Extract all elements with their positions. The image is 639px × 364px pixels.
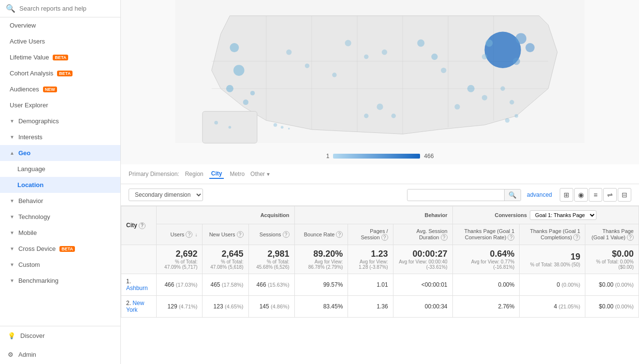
- avg-session-help-icon[interactable]: ?: [441, 234, 448, 241]
- pie-view-icon[interactable]: ◉: [574, 188, 588, 202]
- chevron-icon: ▼: [10, 118, 15, 124]
- table-search-input[interactable]: [407, 189, 504, 200]
- svg-point-20: [417, 40, 424, 47]
- table-row: 1. Ashburn 466 (17.03%) 465 (17.58%) 466…: [121, 274, 639, 296]
- chevron-icon: ▼: [10, 134, 15, 140]
- svg-point-12: [243, 100, 248, 105]
- svg-point-36: [377, 103, 383, 110]
- sidebar-item-audiences[interactable]: Audiences NEW: [0, 81, 120, 97]
- svg-point-44: [288, 128, 290, 130]
- bottom-nav: 💡 Discover ⚙ Admin: [0, 326, 120, 364]
- sort-icon[interactable]: ↓: [195, 232, 197, 237]
- data-table: City ? Acquisition Behavior Conversions …: [121, 206, 639, 318]
- svg-point-31: [500, 87, 505, 91]
- sidebar-item-interests[interactable]: ▼ Interests: [0, 129, 120, 145]
- avg-session-cell-new-york: 00:00:34: [393, 296, 452, 318]
- conversion-rate-col-header: Thanks Page (Goal 1 Conversion Rate) ?: [452, 224, 520, 245]
- chevron-down-icon: ▼: [266, 172, 271, 177]
- main-content: 1 466 Primary Dimension: Region City Met…: [121, 0, 639, 364]
- conversions-header: Conversions Goal 1: Thanks Page: [452, 206, 639, 224]
- controls-row: Secondary dimension 🔍 advanced ⊞ ◉ ≡ ⇌ ⊟: [121, 184, 639, 206]
- sessions-help-icon[interactable]: ?: [283, 231, 290, 238]
- summary-sessions-cell: 2,981 % of Total: 45.68% (6,526): [248, 245, 294, 274]
- users-col-header: Users ? ↓: [157, 224, 203, 245]
- new-users-help-icon[interactable]: ?: [237, 231, 244, 238]
- sidebar-item-behavior[interactable]: ▼ Behavior: [0, 193, 120, 209]
- dim-region[interactable]: Region: [183, 170, 205, 178]
- chevron-icon: ▲: [10, 150, 15, 156]
- table-row: 2. New York 129 (4.71%) 123 (4.65%) 145 …: [121, 296, 639, 318]
- sidebar-item-geo[interactable]: ▲ Geo: [0, 145, 120, 161]
- primary-dimension-label: Primary Dimension:: [129, 171, 179, 177]
- goal-select[interactable]: Goal 1: Thanks Page: [530, 210, 596, 220]
- svg-point-21: [431, 54, 437, 60]
- pages-session-help-icon[interactable]: ?: [381, 234, 388, 241]
- sidebar-item-active-users[interactable]: Active Users: [0, 33, 120, 49]
- svg-point-18: [382, 49, 387, 55]
- search-icon: 🔍: [6, 4, 15, 13]
- svg-point-37: [392, 114, 396, 118]
- svg-point-30: [482, 95, 487, 100]
- pivot-view-icon[interactable]: ⊟: [618, 188, 631, 202]
- dim-metro[interactable]: Metro: [228, 170, 247, 178]
- usa-map: [121, 0, 639, 150]
- value-cell-new-york: $0.00 (0.00%): [585, 296, 639, 318]
- sidebar-item-technology[interactable]: ▼ Technology: [0, 209, 120, 225]
- secondary-dimension-select[interactable]: Secondary dimension: [129, 189, 203, 201]
- search-input[interactable]: [19, 5, 115, 12]
- users-help-icon[interactable]: ?: [186, 231, 192, 238]
- new-badge: NEW: [43, 87, 57, 92]
- conversion-rate-help-icon[interactable]: ?: [508, 234, 514, 241]
- list-view-icon[interactable]: ≡: [589, 188, 602, 202]
- sidebar-item-language[interactable]: Language: [0, 161, 120, 177]
- sidebar-item-lifetime-value[interactable]: Lifetime Value BETA: [0, 49, 120, 65]
- city-cell-new-york: 2. New York: [121, 296, 157, 318]
- compare-view-icon[interactable]: ⇌: [603, 188, 617, 202]
- chevron-icon: ▼: [10, 246, 15, 251]
- summary-completions-cell: 19 % of Total: 38.00% (50): [520, 245, 585, 274]
- admin-nav-item[interactable]: ⚙ Admin: [0, 345, 120, 364]
- summary-new-users-cell: 2,645 % of Total: 47.08% (5,618): [203, 245, 248, 274]
- summary-conversion-rate-cell: 0.64% Avg for View: 0.77% (-16.81%): [452, 245, 520, 274]
- sidebar-item-mobile[interactable]: ▼ Mobile: [0, 225, 120, 241]
- sidebar-item-user-explorer[interactable]: User Explorer: [0, 97, 120, 113]
- city-link-ashburn[interactable]: Ashburn: [126, 285, 148, 291]
- dim-other-dropdown[interactable]: Other ▼: [250, 171, 271, 177]
- summary-row: 2,692 % of Total: 47.09% (5,717) 2,645 %…: [121, 245, 639, 274]
- svg-point-9: [230, 43, 239, 52]
- svg-point-42: [274, 123, 277, 127]
- sidebar-item-overview[interactable]: Overview: [0, 17, 120, 33]
- bounce-rate-col-header: Bounce Rate ?: [294, 224, 348, 245]
- dim-city[interactable]: City: [209, 169, 224, 179]
- search-bar[interactable]: 🔍: [0, 0, 120, 17]
- sidebar-item-demographics[interactable]: ▼ Demographics: [0, 113, 120, 129]
- discover-nav-item[interactable]: 💡 Discover: [0, 326, 120, 345]
- advanced-link[interactable]: advanced: [527, 191, 552, 198]
- sidebar-item-benchmarking[interactable]: ▼ Benchmarking: [0, 273, 120, 289]
- sidebar-item-custom[interactable]: ▼ Custom: [0, 257, 120, 273]
- table-search-button[interactable]: 🔍: [504, 189, 521, 201]
- completions-cell-new-york: 4 (21.05%): [520, 296, 585, 318]
- summary-bounce-cell: 89.20% Avg for View: 86.78% (2.79%): [294, 245, 348, 274]
- bounce-rate-help-icon[interactable]: ?: [336, 231, 343, 238]
- behavior-header: Behavior: [294, 206, 452, 224]
- value-help-icon[interactable]: ?: [627, 234, 634, 241]
- users-cell-new-york: 129 (4.71%): [157, 296, 203, 318]
- sidebar-item-location[interactable]: Location: [0, 177, 120, 193]
- svg-point-22: [441, 68, 446, 73]
- svg-point-41: [229, 126, 232, 129]
- chevron-icon: ▼: [10, 214, 15, 219]
- legend-bar: [333, 154, 420, 159]
- sidebar-item-cohort-analysis[interactable]: Cohort Analysis BETA: [0, 65, 120, 81]
- chevron-icon: ▼: [10, 230, 15, 235]
- new-users-cell-ashburn: 465 (17.58%): [203, 274, 248, 296]
- beta-badge: BETA: [59, 246, 75, 252]
- completions-help-icon[interactable]: ?: [573, 234, 580, 241]
- sidebar-item-cross-device[interactable]: ▼ Cross Device BETA: [0, 241, 120, 257]
- pages-session-col-header: Pages / Session ?: [348, 224, 393, 245]
- acquisition-header: Acquisition: [157, 206, 294, 224]
- avg-session-col-header: Avg. Session Duration ?: [393, 224, 452, 245]
- city-help-icon[interactable]: ?: [139, 222, 145, 229]
- chevron-icon: ▼: [10, 262, 15, 267]
- grid-view-icon[interactable]: ⊞: [560, 188, 573, 202]
